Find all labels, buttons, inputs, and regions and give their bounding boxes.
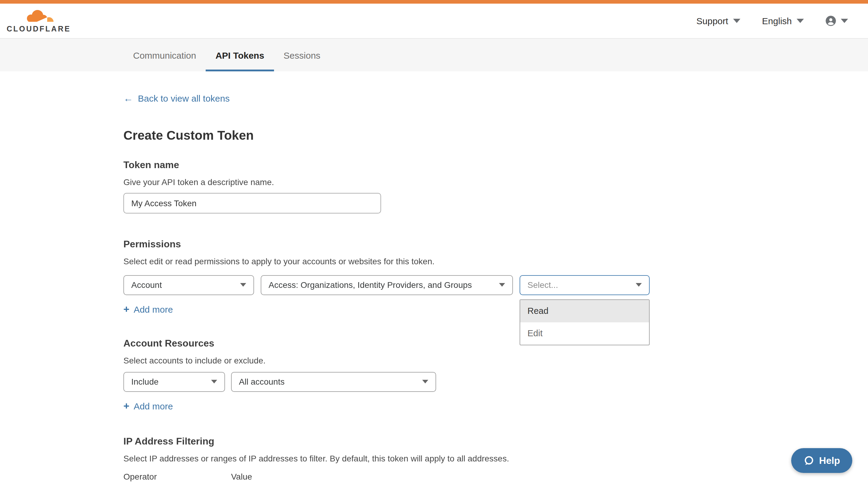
tab-sessions-label: Sessions — [284, 50, 320, 60]
brand-accent-bar — [0, 0, 868, 4]
chevron-down-icon — [211, 380, 217, 383]
permission-scope-value: Account — [131, 280, 162, 290]
menu-option-read-label: Read — [527, 306, 548, 316]
support-menu-label: Support — [696, 16, 728, 26]
menu-option-edit-label: Edit — [527, 328, 542, 338]
ip-filtering-heading: IP Address Filtering — [123, 436, 656, 447]
account-menu[interactable] — [826, 16, 848, 26]
chevron-down-icon — [733, 19, 740, 23]
chat-bubble-icon — [803, 455, 814, 466]
chevron-down-icon — [422, 380, 428, 383]
permissions-add-more-button[interactable]: + Add more — [123, 304, 173, 314]
permission-level-placeholder: Select... — [527, 280, 558, 290]
ip-filtering-description: Select IP addresses or ranges of IP addr… — [123, 453, 656, 464]
back-to-tokens-link[interactable]: ← Back to view all tokens — [123, 93, 230, 103]
help-button[interactable]: Help — [791, 448, 852, 473]
chevron-down-icon — [636, 283, 642, 287]
language-menu-label: English — [762, 16, 792, 26]
permissions-heading: Permissions — [123, 238, 656, 250]
chevron-down-icon — [240, 283, 246, 287]
cloudflare-cloud-icon — [23, 8, 55, 24]
resource-mode-value: Include — [131, 377, 158, 386]
language-menu[interactable]: English — [762, 16, 804, 26]
permission-resource-select[interactable]: Access: Organizations, Identity Provider… — [261, 275, 513, 295]
permission-level-menu: Read Edit — [520, 299, 650, 345]
permission-resource-value: Access: Organizations, Identity Provider… — [269, 280, 472, 290]
account-resources-add-more-button[interactable]: + Add more — [123, 401, 173, 411]
tab-communication-label: Communication — [133, 50, 196, 60]
resource-accounts-value: All accounts — [239, 377, 285, 386]
permission-level-select[interactable]: Select... Read Edit — [520, 275, 650, 295]
tab-api-tokens-label: API Tokens — [215, 50, 264, 60]
page: CLOUDFLARE Support English Communication — [0, 0, 868, 482]
menu-option-read[interactable]: Read — [520, 300, 649, 322]
main-content: ← Back to view all tokens Create Custom … — [123, 71, 656, 482]
plus-icon: + — [123, 304, 129, 314]
resource-accounts-select[interactable]: All accounts — [231, 372, 436, 392]
chevron-down-icon — [841, 19, 848, 23]
back-link-label: Back to view all tokens — [138, 93, 230, 103]
token-name-description: Give your API token a descriptive name. — [123, 176, 656, 188]
token-name-input[interactable] — [123, 193, 381, 213]
user-avatar-icon — [826, 16, 836, 26]
resource-mode-select[interactable]: Include — [123, 372, 225, 392]
header: CLOUDFLARE Support English — [0, 4, 868, 38]
account-resources-add-more-label: Add more — [134, 401, 173, 411]
support-menu[interactable]: Support — [696, 16, 740, 26]
profile-tabs: Communication API Tokens Sessions — [0, 38, 868, 71]
ip-filtering-labels: Operator Value — [123, 472, 656, 481]
menu-option-edit[interactable]: Edit — [520, 322, 649, 345]
operator-label: Operator — [123, 472, 231, 481]
chevron-down-icon — [499, 283, 505, 287]
account-resources-row: Include All accounts — [123, 372, 656, 392]
token-name-heading: Token name — [123, 159, 656, 170]
chevron-down-icon — [797, 19, 804, 23]
value-label: Value — [231, 472, 252, 481]
plus-icon: + — [123, 401, 129, 411]
account-resources-description: Select accounts to include or exclude. — [123, 355, 656, 366]
permissions-row: Account Access: Organizations, Identity … — [123, 275, 656, 295]
tab-sessions[interactable]: Sessions — [274, 39, 330, 71]
tab-api-tokens[interactable]: API Tokens — [206, 39, 274, 71]
help-button-label: Help — [819, 455, 840, 466]
permissions-description: Select edit or read permissions to apply… — [123, 256, 656, 267]
cloudflare-logo[interactable]: CLOUDFLARE — [7, 8, 71, 33]
cloudflare-wordmark: CLOUDFLARE — [7, 25, 71, 33]
permissions-add-more-label: Add more — [134, 304, 173, 314]
permission-scope-select[interactable]: Account — [123, 275, 254, 295]
page-title: Create Custom Token — [123, 128, 656, 142]
back-arrow-icon: ← — [123, 93, 133, 103]
tab-communication[interactable]: Communication — [123, 39, 206, 71]
